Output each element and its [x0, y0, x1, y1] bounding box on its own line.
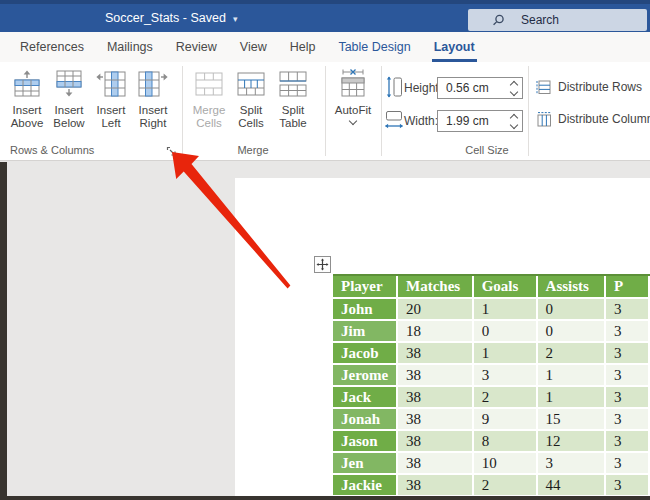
distribute-rows-button[interactable]: Distribute Rows	[536, 79, 642, 95]
table-cell[interactable]: 1	[538, 365, 606, 387]
table-cell[interactable]: 3	[606, 321, 650, 343]
table-cell[interactable]: 0	[538, 299, 606, 321]
tab-help[interactable]: Help	[290, 32, 316, 62]
spin-down-icon[interactable]	[510, 121, 518, 129]
row-label-cell[interactable]: John	[333, 299, 398, 321]
row-label-cell[interactable]: Jackie	[333, 475, 398, 497]
word-window: Soccer_Stats - Saved▾ Search References …	[0, 0, 650, 500]
autofit-button[interactable]: AutoFit	[327, 66, 379, 154]
insert-right-button[interactable]: Insert Right	[132, 66, 174, 154]
table-cell[interactable]: 3	[606, 299, 650, 321]
header-cell[interactable]: Goals	[474, 276, 538, 299]
width-spinner[interactable]	[511, 115, 517, 128]
table-cell[interactable]: 3	[606, 387, 650, 409]
height-input[interactable]: 0.56 cm	[437, 77, 523, 99]
table-cell[interactable]: 3	[606, 453, 650, 475]
table-cell[interactable]: 15	[538, 409, 606, 431]
table-move-handle[interactable]	[314, 256, 331, 273]
magnifier-icon	[492, 14, 505, 27]
header-cell[interactable]: Player	[333, 276, 398, 299]
table-cell[interactable]: 12	[538, 431, 606, 453]
table-cell[interactable]: 3	[474, 365, 538, 387]
insert-below-button[interactable]: Insert Below	[48, 66, 90, 154]
tab-references[interactable]: References	[20, 32, 84, 62]
table-cell[interactable]: 2	[474, 475, 538, 497]
table-cell[interactable]: 2	[474, 387, 538, 409]
window-edge-left	[0, 162, 7, 500]
move-icon	[316, 258, 329, 271]
table-cell[interactable]: 38	[398, 387, 474, 409]
row-label-cell[interactable]: Jacob	[333, 343, 398, 365]
tab-layout[interactable]: Layout	[434, 32, 475, 62]
cell-size-group-label: Cell Size	[381, 144, 593, 156]
table-cell[interactable]: 10	[474, 453, 538, 475]
table-cell[interactable]: 38	[398, 409, 474, 431]
ribbon: Insert Above Insert Below	[0, 62, 650, 161]
split-table-icon	[277, 66, 309, 102]
table-cell[interactable]: 38	[398, 475, 474, 497]
row-label-cell[interactable]: Jason	[333, 431, 398, 453]
table-cell[interactable]: 8	[474, 431, 538, 453]
rows-columns-dialog-launcher[interactable]	[166, 144, 178, 156]
group-separator	[325, 66, 326, 156]
height-spinner[interactable]	[511, 82, 517, 95]
header-cell[interactable]: Matches	[398, 276, 474, 299]
table-cell[interactable]: 1	[538, 387, 606, 409]
row-label-cell[interactable]: Jim	[333, 321, 398, 343]
tab-mailings[interactable]: Mailings	[107, 32, 153, 62]
table-cell[interactable]: 9	[474, 409, 538, 431]
table-cell[interactable]: 3	[606, 365, 650, 387]
distribute-columns-button[interactable]: Distribute Columns	[536, 111, 650, 127]
tab-view[interactable]: View	[240, 32, 267, 62]
table-cell[interactable]: 18	[398, 321, 474, 343]
row-label-cell[interactable]: Jerome	[333, 365, 398, 387]
row-label-cell[interactable]: Jen	[333, 453, 398, 475]
table-cell[interactable]: 3	[606, 475, 650, 497]
window-edge-bottom	[0, 496, 650, 500]
split-cells-button[interactable]: Split Cells	[230, 66, 272, 154]
header-cell[interactable]: Assists	[538, 276, 606, 299]
table-cell[interactable]: 38	[398, 343, 474, 365]
width-input[interactable]: 1.99 cm	[437, 110, 523, 132]
split-table-button[interactable]: Split Table	[272, 66, 314, 154]
tab-review[interactable]: Review	[176, 32, 217, 62]
chevron-down-icon	[349, 117, 357, 125]
titlebar: Soccer_Stats - Saved▾ Search	[0, 0, 650, 32]
insert-left-button[interactable]: Insert Left	[90, 66, 132, 154]
width-value: 1.99 cm	[446, 114, 489, 128]
table-cell[interactable]: 1	[474, 343, 538, 365]
insert-above-button[interactable]: Insert Above	[6, 66, 48, 154]
row-label-cell[interactable]: Jonah	[333, 409, 398, 431]
table-cell[interactable]: 44	[538, 475, 606, 497]
table-cell[interactable]: 1	[474, 299, 538, 321]
tab-table-design[interactable]: Table Design	[338, 32, 410, 62]
table-cell[interactable]: 2	[538, 343, 606, 365]
split-cells-label: Split Cells	[230, 104, 272, 130]
distribute-rows-label: Distribute Rows	[558, 80, 642, 94]
table-cell[interactable]: 38	[398, 365, 474, 387]
table-cell[interactable]: 3	[606, 409, 650, 431]
table-row: Jim 18 0 0 3	[333, 321, 650, 343]
distribute-columns-label: Distribute Columns	[558, 112, 650, 126]
table-cell[interactable]: 38	[398, 453, 474, 475]
table-cell[interactable]: 3	[538, 453, 606, 475]
search-input[interactable]: Search	[468, 9, 647, 31]
table-cell[interactable]: 0	[474, 321, 538, 343]
autofit-label: AutoFit	[335, 104, 371, 117]
document-title-dropdown[interactable]: Soccer_Stats - Saved▾	[105, 11, 237, 25]
row-label-cell[interactable]: Jack	[333, 387, 398, 409]
insert-above-label: Insert Above	[6, 104, 48, 130]
column-width-icon	[384, 110, 404, 132]
table-cell[interactable]: 20	[398, 299, 474, 321]
group-separator	[182, 66, 183, 156]
table-cell[interactable]: 3	[606, 431, 650, 453]
table-row: Jen 38 10 3 3	[333, 453, 650, 475]
insert-right-label: Insert Right	[132, 104, 174, 130]
merge-cells-button[interactable]: Merge Cells	[188, 66, 230, 154]
table-cell[interactable]: 3	[606, 343, 650, 365]
spin-down-icon[interactable]	[510, 88, 518, 96]
header-cell[interactable]: P	[606, 276, 650, 299]
table-cell[interactable]: 0	[538, 321, 606, 343]
table-cell[interactable]: 38	[398, 431, 474, 453]
table-row: Jacob 38 1 2 3	[333, 343, 650, 365]
